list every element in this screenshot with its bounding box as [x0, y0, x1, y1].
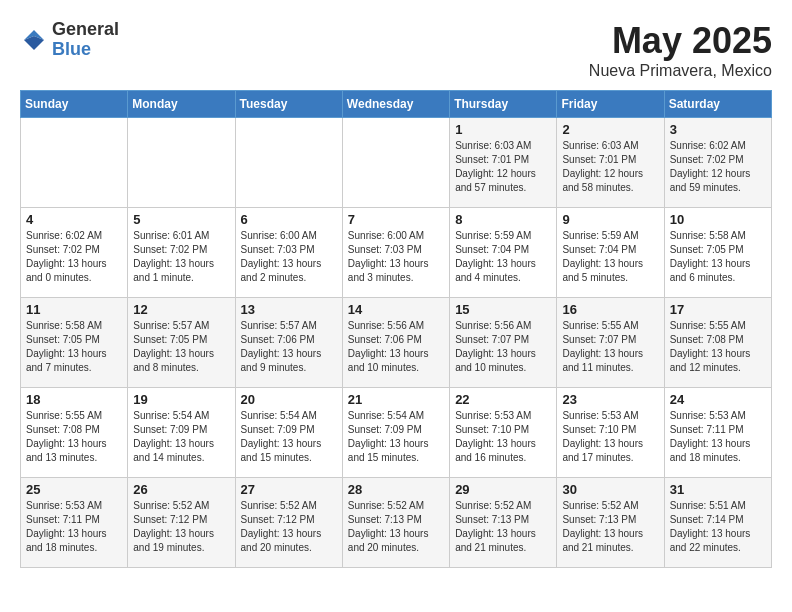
day-cell: 8Sunrise: 5:59 AM Sunset: 7:04 PM Daylig…	[450, 208, 557, 298]
logo-general: General	[52, 20, 119, 40]
week-row-5: 25Sunrise: 5:53 AM Sunset: 7:11 PM Dayli…	[21, 478, 772, 568]
day-cell: 13Sunrise: 5:57 AM Sunset: 7:06 PM Dayli…	[235, 298, 342, 388]
day-number: 19	[133, 392, 229, 407]
day-info: Sunrise: 5:55 AM Sunset: 7:07 PM Dayligh…	[562, 319, 658, 375]
day-number: 8	[455, 212, 551, 227]
day-number: 13	[241, 302, 337, 317]
day-cell: 20Sunrise: 5:54 AM Sunset: 7:09 PM Dayli…	[235, 388, 342, 478]
day-cell: 21Sunrise: 5:54 AM Sunset: 7:09 PM Dayli…	[342, 388, 449, 478]
page-header: General Blue May 2025 Nueva Primavera, M…	[20, 20, 772, 80]
day-number: 1	[455, 122, 551, 137]
week-row-3: 11Sunrise: 5:58 AM Sunset: 7:05 PM Dayli…	[21, 298, 772, 388]
day-info: Sunrise: 5:53 AM Sunset: 7:10 PM Dayligh…	[455, 409, 551, 465]
day-number: 28	[348, 482, 444, 497]
day-number: 10	[670, 212, 766, 227]
title-area: May 2025 Nueva Primavera, Mexico	[589, 20, 772, 80]
header-cell-tuesday: Tuesday	[235, 91, 342, 118]
month-title: May 2025	[589, 20, 772, 62]
day-cell: 23Sunrise: 5:53 AM Sunset: 7:10 PM Dayli…	[557, 388, 664, 478]
day-info: Sunrise: 5:55 AM Sunset: 7:08 PM Dayligh…	[670, 319, 766, 375]
day-number: 30	[562, 482, 658, 497]
day-info: Sunrise: 6:00 AM Sunset: 7:03 PM Dayligh…	[241, 229, 337, 285]
day-cell: 27Sunrise: 5:52 AM Sunset: 7:12 PM Dayli…	[235, 478, 342, 568]
day-number: 29	[455, 482, 551, 497]
day-cell: 1Sunrise: 6:03 AM Sunset: 7:01 PM Daylig…	[450, 118, 557, 208]
day-cell	[235, 118, 342, 208]
day-cell: 6Sunrise: 6:00 AM Sunset: 7:03 PM Daylig…	[235, 208, 342, 298]
day-cell: 4Sunrise: 6:02 AM Sunset: 7:02 PM Daylig…	[21, 208, 128, 298]
header-cell-monday: Monday	[128, 91, 235, 118]
week-row-4: 18Sunrise: 5:55 AM Sunset: 7:08 PM Dayli…	[21, 388, 772, 478]
day-number: 5	[133, 212, 229, 227]
day-cell: 3Sunrise: 6:02 AM Sunset: 7:02 PM Daylig…	[664, 118, 771, 208]
day-number: 27	[241, 482, 337, 497]
day-number: 21	[348, 392, 444, 407]
day-cell: 25Sunrise: 5:53 AM Sunset: 7:11 PM Dayli…	[21, 478, 128, 568]
day-info: Sunrise: 5:52 AM Sunset: 7:13 PM Dayligh…	[562, 499, 658, 555]
day-cell: 24Sunrise: 5:53 AM Sunset: 7:11 PM Dayli…	[664, 388, 771, 478]
day-info: Sunrise: 6:02 AM Sunset: 7:02 PM Dayligh…	[26, 229, 122, 285]
day-info: Sunrise: 5:55 AM Sunset: 7:08 PM Dayligh…	[26, 409, 122, 465]
day-info: Sunrise: 6:03 AM Sunset: 7:01 PM Dayligh…	[455, 139, 551, 195]
day-info: Sunrise: 5:59 AM Sunset: 7:04 PM Dayligh…	[455, 229, 551, 285]
day-number: 11	[26, 302, 122, 317]
day-info: Sunrise: 5:52 AM Sunset: 7:12 PM Dayligh…	[133, 499, 229, 555]
day-info: Sunrise: 5:52 AM Sunset: 7:13 PM Dayligh…	[455, 499, 551, 555]
day-number: 24	[670, 392, 766, 407]
day-cell: 31Sunrise: 5:51 AM Sunset: 7:14 PM Dayli…	[664, 478, 771, 568]
day-info: Sunrise: 5:54 AM Sunset: 7:09 PM Dayligh…	[348, 409, 444, 465]
day-number: 31	[670, 482, 766, 497]
header-cell-sunday: Sunday	[21, 91, 128, 118]
day-cell: 14Sunrise: 5:56 AM Sunset: 7:06 PM Dayli…	[342, 298, 449, 388]
day-info: Sunrise: 5:57 AM Sunset: 7:06 PM Dayligh…	[241, 319, 337, 375]
day-info: Sunrise: 6:03 AM Sunset: 7:01 PM Dayligh…	[562, 139, 658, 195]
logo-blue: Blue	[52, 40, 119, 60]
day-info: Sunrise: 6:00 AM Sunset: 7:03 PM Dayligh…	[348, 229, 444, 285]
logo-text: General Blue	[52, 20, 119, 60]
day-cell: 28Sunrise: 5:52 AM Sunset: 7:13 PM Dayli…	[342, 478, 449, 568]
day-number: 7	[348, 212, 444, 227]
day-info: Sunrise: 5:53 AM Sunset: 7:11 PM Dayligh…	[670, 409, 766, 465]
day-info: Sunrise: 5:54 AM Sunset: 7:09 PM Dayligh…	[241, 409, 337, 465]
day-cell: 5Sunrise: 6:01 AM Sunset: 7:02 PM Daylig…	[128, 208, 235, 298]
day-info: Sunrise: 6:01 AM Sunset: 7:02 PM Dayligh…	[133, 229, 229, 285]
day-info: Sunrise: 5:53 AM Sunset: 7:11 PM Dayligh…	[26, 499, 122, 555]
calendar-body: 1Sunrise: 6:03 AM Sunset: 7:01 PM Daylig…	[21, 118, 772, 568]
day-info: Sunrise: 6:02 AM Sunset: 7:02 PM Dayligh…	[670, 139, 766, 195]
day-info: Sunrise: 5:57 AM Sunset: 7:05 PM Dayligh…	[133, 319, 229, 375]
day-cell: 30Sunrise: 5:52 AM Sunset: 7:13 PM Dayli…	[557, 478, 664, 568]
day-info: Sunrise: 5:59 AM Sunset: 7:04 PM Dayligh…	[562, 229, 658, 285]
day-cell: 22Sunrise: 5:53 AM Sunset: 7:10 PM Dayli…	[450, 388, 557, 478]
day-cell: 18Sunrise: 5:55 AM Sunset: 7:08 PM Dayli…	[21, 388, 128, 478]
day-info: Sunrise: 5:53 AM Sunset: 7:10 PM Dayligh…	[562, 409, 658, 465]
calendar-table: SundayMondayTuesdayWednesdayThursdayFrid…	[20, 90, 772, 568]
day-info: Sunrise: 5:58 AM Sunset: 7:05 PM Dayligh…	[26, 319, 122, 375]
day-number: 18	[26, 392, 122, 407]
logo: General Blue	[20, 20, 119, 60]
day-cell	[21, 118, 128, 208]
day-number: 17	[670, 302, 766, 317]
day-cell: 17Sunrise: 5:55 AM Sunset: 7:08 PM Dayli…	[664, 298, 771, 388]
day-number: 26	[133, 482, 229, 497]
day-cell: 2Sunrise: 6:03 AM Sunset: 7:01 PM Daylig…	[557, 118, 664, 208]
day-cell: 26Sunrise: 5:52 AM Sunset: 7:12 PM Dayli…	[128, 478, 235, 568]
day-info: Sunrise: 5:52 AM Sunset: 7:12 PM Dayligh…	[241, 499, 337, 555]
day-cell: 11Sunrise: 5:58 AM Sunset: 7:05 PM Dayli…	[21, 298, 128, 388]
day-cell	[342, 118, 449, 208]
day-number: 2	[562, 122, 658, 137]
day-number: 9	[562, 212, 658, 227]
header-cell-wednesday: Wednesday	[342, 91, 449, 118]
day-number: 15	[455, 302, 551, 317]
day-info: Sunrise: 5:54 AM Sunset: 7:09 PM Dayligh…	[133, 409, 229, 465]
day-cell: 15Sunrise: 5:56 AM Sunset: 7:07 PM Dayli…	[450, 298, 557, 388]
day-cell: 10Sunrise: 5:58 AM Sunset: 7:05 PM Dayli…	[664, 208, 771, 298]
calendar-header: SundayMondayTuesdayWednesdayThursdayFrid…	[21, 91, 772, 118]
header-cell-saturday: Saturday	[664, 91, 771, 118]
day-cell: 16Sunrise: 5:55 AM Sunset: 7:07 PM Dayli…	[557, 298, 664, 388]
day-cell: 29Sunrise: 5:52 AM Sunset: 7:13 PM Dayli…	[450, 478, 557, 568]
day-cell: 19Sunrise: 5:54 AM Sunset: 7:09 PM Dayli…	[128, 388, 235, 478]
day-number: 23	[562, 392, 658, 407]
day-cell	[128, 118, 235, 208]
day-number: 20	[241, 392, 337, 407]
day-number: 16	[562, 302, 658, 317]
